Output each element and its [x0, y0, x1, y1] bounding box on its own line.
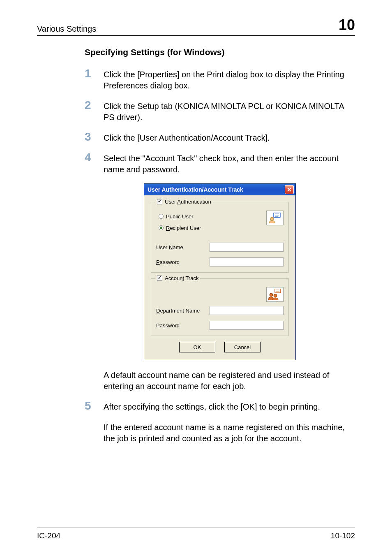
account-track-label: Account Track	[165, 275, 198, 281]
footer-right: 10-102	[331, 531, 355, 540]
dialog-buttons: OK Cancel	[151, 342, 289, 352]
public-user-radio[interactable]	[159, 214, 164, 219]
dialog-titlebar: User Authentication/Account Track	[144, 184, 295, 195]
dialog-body: User Authentication Public User	[144, 195, 295, 360]
public-user-label: Public User	[166, 213, 193, 220]
username-label: User Name	[156, 244, 210, 250]
account-track-top-row	[156, 287, 284, 302]
step-number: 4	[85, 152, 104, 175]
account-track-icon-box	[266, 287, 284, 302]
footer-left: IC-204	[37, 531, 60, 540]
department-name-row: Department Name	[156, 306, 284, 315]
close-icon	[287, 187, 292, 192]
page: Various Settings 10 Specifying Settings …	[0, 0, 392, 556]
step-number: 3	[85, 131, 104, 144]
ua-password-input[interactable]	[210, 257, 284, 266]
ok-button[interactable]: OK	[179, 342, 215, 352]
chapter-number: 10	[339, 16, 355, 34]
step-number: 1	[85, 68, 104, 91]
user-authentication-checkbox[interactable]	[157, 199, 162, 204]
user-auth-top-row: Public User Recipient User	[156, 211, 284, 235]
ua-password-row: Password	[156, 257, 284, 266]
step-text: Click the [User Authentication/Account T…	[104, 131, 270, 144]
cancel-button[interactable]: Cancel	[224, 342, 261, 352]
username-input[interactable]	[210, 243, 284, 252]
step-3: 3 Click the [User Authentication/Account…	[85, 131, 355, 144]
close-button[interactable]	[285, 185, 294, 194]
header-section-title: Various Settings	[37, 24, 96, 34]
section-heading: Specifying Settings (for Windows)	[85, 47, 355, 57]
step-4-followup: A default account name can be registered…	[104, 368, 355, 392]
svg-point-8	[270, 293, 273, 297]
ua-password-label: Password	[156, 259, 210, 265]
user-card-icon	[269, 213, 281, 223]
department-name-input[interactable]	[210, 306, 284, 315]
at-password-input[interactable]	[210, 321, 284, 330]
step-text: Select the "Account Tack" check box, and…	[104, 152, 355, 175]
recipient-user-radio[interactable]	[159, 225, 164, 230]
department-name-label: Department Name	[156, 308, 210, 314]
user-authentication-label: User Authentication	[165, 199, 211, 205]
account-track-checkbox[interactable]	[157, 276, 162, 281]
recipient-user-label: Recipient User	[166, 225, 201, 231]
account-track-group: Account Track	[151, 278, 289, 336]
page-header: Various Settings 10	[37, 16, 355, 36]
step-text: After specifying the settings, click the…	[104, 400, 320, 412]
user-authentication-group: User Authentication Public User	[151, 202, 289, 273]
step-text: Click the Setup tab (KONICA MINOLTA PCL …	[104, 100, 355, 123]
account-track-checkbox-row: Account Track	[155, 275, 200, 281]
step-5-followup: If the entered account name is a name re…	[104, 421, 355, 444]
public-user-row: Public User	[159, 212, 266, 220]
step-2: 2 Click the Setup tab (KONICA MINOLTA PC…	[85, 100, 355, 123]
svg-point-9	[274, 294, 277, 297]
users-card-icon	[268, 289, 281, 300]
user-auth-icon-box	[266, 211, 284, 225]
step-text: Click the [Properties] on the Print dial…	[104, 68, 355, 91]
user-authentication-checkbox-row: User Authentication	[155, 199, 213, 205]
step-4: 4 Select the "Account Tack" check box, a…	[85, 152, 355, 175]
at-password-row: Password	[156, 321, 284, 330]
svg-rect-5	[275, 289, 281, 293]
step-number: 2	[85, 100, 104, 123]
content: Specifying Settings (for Windows) 1 Clic…	[37, 47, 355, 444]
step-number: 5	[85, 400, 104, 412]
username-row: User Name	[156, 243, 284, 252]
page-footer: IC-204 10-102	[37, 528, 355, 540]
step-1: 1 Click the [Properties] on the Print di…	[85, 68, 355, 91]
recipient-user-row: Recipient User	[159, 224, 266, 232]
svg-point-4	[270, 217, 274, 220]
dialog-screenshot: User Authentication/Account Track User A…	[85, 183, 355, 360]
dialog-title: User Authentication/Account Track	[148, 186, 243, 193]
at-password-label: Password	[156, 322, 210, 329]
step-5: 5 After specifying the settings, click t…	[85, 400, 355, 412]
dialog-window: User Authentication/Account Track User A…	[144, 183, 296, 360]
